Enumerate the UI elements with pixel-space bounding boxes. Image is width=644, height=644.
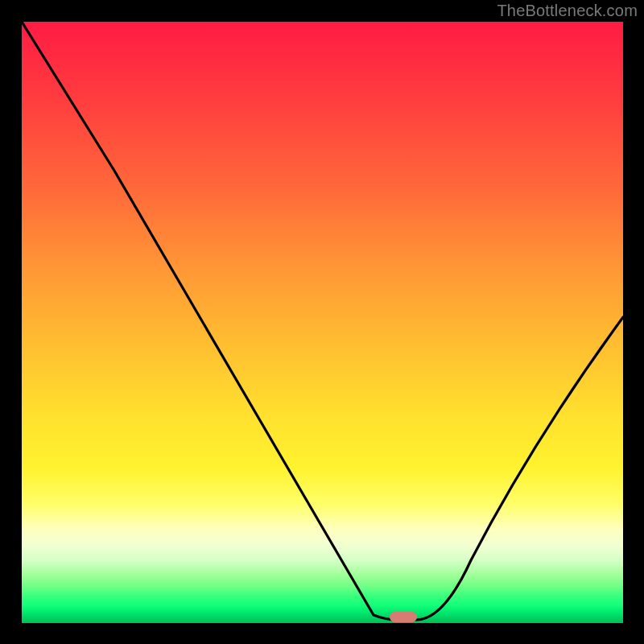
optimal-point-marker <box>390 612 417 622</box>
chart-container: TheBottleneck.com <box>0 0 644 644</box>
plot-area <box>22 22 623 623</box>
bottleneck-curve <box>22 22 623 623</box>
watermark-text: TheBottleneck.com <box>497 2 638 20</box>
